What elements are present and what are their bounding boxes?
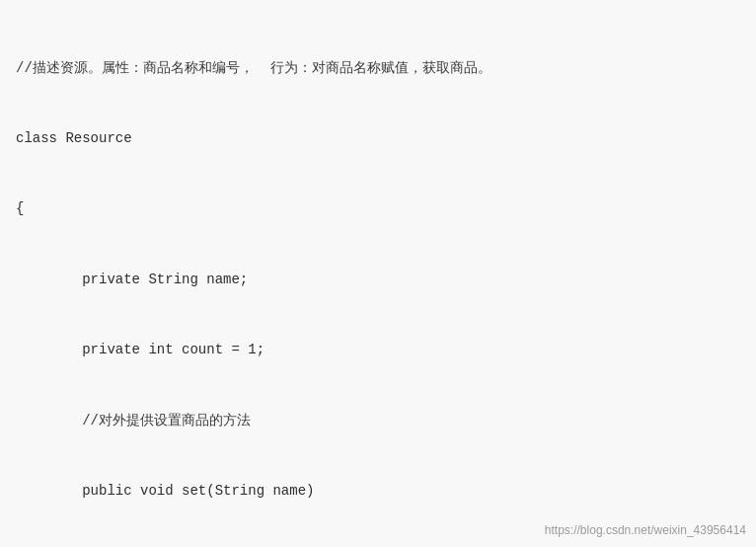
- watermark: https://blog.csdn.net/weixin_43956414: [545, 523, 746, 537]
- code-line-6: //对外提供设置商品的方法: [16, 410, 740, 433]
- code-line-4: private String name;: [16, 269, 740, 292]
- code-line-3: {: [16, 197, 740, 221]
- code-line-2: class Resource: [16, 127, 740, 151]
- code-line-1: //描述资源。属性：商品名称和编号， 行为：对商品名称赋值，获取商品。: [16, 57, 740, 81]
- code-editor: //描述资源。属性：商品名称和编号， 行为：对商品名称赋值，获取商品。 clas…: [0, 0, 756, 547]
- code-line-7: public void set(String name): [16, 480, 740, 504]
- code-line-5: private int count = 1;: [16, 339, 740, 362]
